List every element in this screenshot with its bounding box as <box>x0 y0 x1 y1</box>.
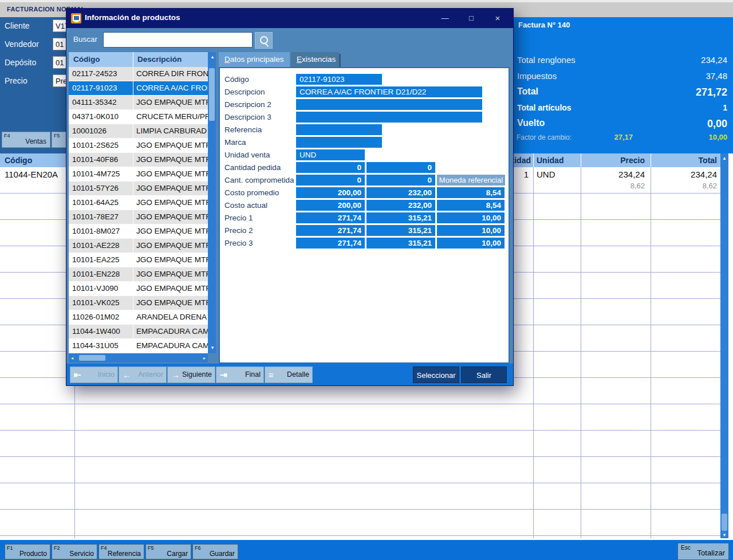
detail-field-value[interactable]: 02117-91023 <box>296 74 382 85</box>
product-description: JGO EMPAQUE MTR <box>133 267 208 281</box>
totalize-button[interactable]: Esc Totalizar <box>677 543 729 560</box>
nav-button-anterior[interactable]: ←Anterior <box>119 366 167 383</box>
detail-field-value[interactable]: 315,21 <box>366 212 435 223</box>
detail-field-value[interactable]: 271,74 <box>296 238 365 249</box>
product-list-row[interactable]: 10101-AE228JGO EMPAQUE MTR <box>69 239 208 253</box>
list-vertical-scrollbar[interactable]: ▲ ▼ <box>208 52 216 353</box>
maximize-icon[interactable]: □ <box>462 11 481 26</box>
list-hscrollbar-thumb[interactable] <box>79 355 105 361</box>
product-list-row[interactable]: 10101-2S625JGO EMPAQUE MTR <box>69 139 208 153</box>
nav-button-label: Final <box>245 367 261 382</box>
close-icon[interactable]: × <box>488 11 507 26</box>
list-scrollbar-thumb[interactable] <box>209 68 215 121</box>
product-description: EMPACADURA CAM <box>133 325 208 338</box>
detail-field-value[interactable]: 315,21 <box>366 225 435 236</box>
tab-datos-principales[interactable]: Datos principales <box>219 52 290 67</box>
product-list-row[interactable]: 10101-57Y26JGO EMPAQUE MTR <box>69 182 208 196</box>
product-description: CRUCETA MERU/PR <box>133 110 208 124</box>
product-list-row[interactable]: 10101-8M027JGO EMPAQUE MTR <box>69 224 208 239</box>
detail-field-value[interactable] <box>296 99 482 110</box>
nav-button-label: Anterior <box>138 367 163 382</box>
detail-field-label: Precio 3 <box>224 239 253 247</box>
product-list-row[interactable]: 10101-40F86JGO EMPAQUE MTR <box>69 153 208 167</box>
detail-field-value[interactable] <box>296 112 482 123</box>
product-list-row[interactable]: 10101-VJ090JGO EMPAQUE MTR <box>69 282 208 296</box>
product-description: CORREA DIR FRONT <box>133 67 208 81</box>
bottom-button-referencia[interactable]: F4Referencia <box>98 544 144 559</box>
detail-field-value[interactable]: 10,00 <box>437 225 505 236</box>
detail-panel: Código02117-91023DescripcionCORREA A/AC … <box>219 67 510 364</box>
detail-field-value[interactable] <box>296 137 382 148</box>
detail-field-value[interactable]: 10,00 <box>437 212 505 223</box>
detail-field-value[interactable]: 10,00 <box>437 238 505 249</box>
product-code: 10101-AE228 <box>72 239 132 253</box>
product-list-row[interactable]: 10101-64A25JGO EMPAQUE MTR <box>69 196 208 210</box>
reference-currency-chip: Moneda referencial <box>437 175 505 186</box>
product-description: ARANDELA DRENA <box>133 310 208 324</box>
list-header-description: Descripción <box>137 55 182 64</box>
product-description: JGO EMPAQUE MTR <box>133 210 208 224</box>
fkey-label: Cargar <box>167 550 188 558</box>
product-code: 10101-EA225 <box>72 253 132 267</box>
detail-field-value[interactable]: 0 <box>296 175 365 186</box>
detail-field-value[interactable]: 0 <box>296 162 365 173</box>
product-code: 04371-0K010 <box>72 110 132 124</box>
detail-field-value[interactable]: 200,00 <box>296 187 365 198</box>
detail-field-value[interactable]: 0 <box>366 175 435 186</box>
product-list-row[interactable]: 02117-91023CORREA A/AC FRONTIER D21/D22 <box>69 81 208 96</box>
product-list-row[interactable]: 10101-EA225JGO EMPAQUE MTR <box>69 253 208 267</box>
scroll-down-icon[interactable]: ▼ <box>210 345 215 350</box>
detail-field-value[interactable]: 0 <box>366 162 435 173</box>
exit-button[interactable]: Salir <box>461 366 507 383</box>
list-horizontal-scrollbar[interactable]: ◂ ▸ <box>69 353 208 362</box>
detail-field-value[interactable]: 8,54 <box>437 200 505 211</box>
nav-button-detalle[interactable]: ≡Detalle <box>265 366 313 383</box>
search-button[interactable] <box>255 32 273 49</box>
product-list-row[interactable]: 10101-78E27JGO EMPAQUE MTR <box>69 210 208 224</box>
product-list-row[interactable]: 11044-31U05EMPACADURA CAM <box>69 339 208 353</box>
product-list-row[interactable]: 10101-EN228JGO EMPAQUE MTR <box>69 267 208 282</box>
nav-button-inicio[interactable]: ⇤Inicio <box>70 366 118 383</box>
search-input[interactable] <box>103 32 253 48</box>
product-list-row[interactable]: 10101-4M725JGO EMPAQUE MTR <box>69 167 208 182</box>
app-window-icon <box>71 13 81 23</box>
product-code: 10101-40F86 <box>72 153 132 167</box>
detail-field-value[interactable]: 232,00 <box>366 200 435 211</box>
product-list-row[interactable]: 11026-01M02ARANDELA DRENA <box>69 310 208 325</box>
fkey-label: Producto <box>19 550 47 558</box>
detail-field-value[interactable]: 8,54 <box>437 187 505 198</box>
product-list-row[interactable]: 11044-1W400EMPACADURA CAM <box>69 325 208 339</box>
product-code: 10101-57Y26 <box>72 182 132 195</box>
product-list-row[interactable]: 04111-35342JGO EMPAQUE MTR <box>69 96 208 110</box>
nav-button-siguiente[interactable]: →Siguiente <box>167 366 215 383</box>
detail-field-value[interactable]: 200,00 <box>296 200 365 211</box>
bottom-button-cargar[interactable]: F5Cargar <box>145 544 191 559</box>
bottom-button-guardar[interactable]: F6Guardar <box>192 544 238 559</box>
product-list: 02117-24523CORREA DIR FRONT02117-91023CO… <box>69 67 208 353</box>
product-list-row[interactable]: 04371-0K010CRUCETA MERU/PR <box>69 110 208 124</box>
product-list-row[interactable]: 02117-24523CORREA DIR FRONT <box>69 67 208 81</box>
bottom-button-producto[interactable]: F1Producto <box>5 544 50 559</box>
product-list-row[interactable]: 10101-VK025JGO EMPAQUE MTR <box>69 296 208 310</box>
nav-button-final[interactable]: ⇥Final <box>216 366 264 383</box>
scroll-up-icon[interactable]: ▲ <box>210 54 215 60</box>
detail-field-value[interactable]: 232,00 <box>366 187 435 198</box>
search-label: Buscar <box>73 35 97 44</box>
bottom-button-servicio[interactable]: F2Servicio <box>52 544 97 559</box>
detail-field-value[interactable]: UND <box>296 149 365 160</box>
detail-field-label: Descripcion 2 <box>224 100 271 109</box>
minimize-icon[interactable]: — <box>435 11 455 26</box>
select-button[interactable]: Seleccionar <box>413 366 459 383</box>
scroll-right-icon[interactable]: ▸ <box>203 356 206 361</box>
totalize-label: Totalizar <box>697 549 725 557</box>
scroll-left-icon[interactable]: ◂ <box>71 356 73 361</box>
detail-field-value[interactable]: 271,74 <box>296 212 365 223</box>
product-code: 02117-24523 <box>72 67 132 81</box>
detail-field-value[interactable]: 271,74 <box>296 225 365 236</box>
detail-field-value[interactable] <box>296 124 382 135</box>
detail-field-value[interactable]: 315,21 <box>366 238 435 249</box>
detail-field-value[interactable]: CORREA A/AC FRONTIER D21/D22 <box>296 86 482 97</box>
tab-existencias[interactable]: Existencias <box>291 52 339 67</box>
product-list-row[interactable]: 10001026LIMPIA CARBURAD <box>69 124 208 139</box>
dialog-titlebar[interactable]: Información de productos — □ × <box>66 9 513 28</box>
